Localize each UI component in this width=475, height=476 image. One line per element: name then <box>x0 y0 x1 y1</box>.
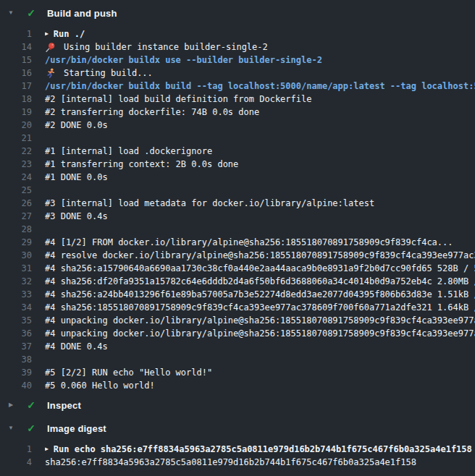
log-line: 24#1 DONE 0.0s <box>0 171 475 184</box>
line-number[interactable]: 23 <box>0 158 32 171</box>
log-text-cell: /usr/bin/docker buildx use --builder bui… <box>45 54 475 67</box>
log-text: Using builder instance builder-single-2 <box>64 41 268 54</box>
log-line: 26#3 [internal] load metadata for docker… <box>0 197 475 210</box>
log-text: #2 transferring dockerfile: 74B 0.0s don… <box>45 106 259 119</box>
success-check-icon: ✓ <box>25 423 37 433</box>
line-number[interactable]: 21 <box>0 132 32 145</box>
log-text-cell: #4 sha256:a15790640a6690aa1730c38cf0a440… <box>45 262 475 275</box>
line-number[interactable]: 25 <box>0 184 32 197</box>
line-number[interactable]: 29 <box>0 236 32 249</box>
line-number[interactable]: 32 <box>0 275 32 288</box>
line-number[interactable]: 26 <box>0 197 32 210</box>
chevron-right-icon: ▶ <box>6 402 16 408</box>
line-number[interactable]: 18 <box>0 93 32 106</box>
line-number[interactable]: 16 <box>0 67 32 80</box>
section-header-inspect[interactable]: ▶✓Inspect <box>0 395 475 415</box>
log-line: 20#2 DONE 0.0s <box>0 119 475 132</box>
log-text: #2 [internal] load build definition from… <box>45 93 311 106</box>
line-number[interactable]: 19 <box>0 106 32 119</box>
log-text-cell: #1 [internal] load .dockerignore <box>45 145 475 158</box>
log-line: 29#4 [1/2] FROM docker.io/library/alpine… <box>0 236 475 249</box>
line-number[interactable]: 27 <box>0 210 32 223</box>
line-number[interactable]: 17 <box>0 80 32 93</box>
line-number[interactable]: 1 <box>0 27 32 41</box>
line-number[interactable]: 39 <box>0 366 32 379</box>
workflow-log-viewer: ▼✓Build and push1▶Run ./14 Using builder… <box>0 0 475 476</box>
log-line: 27#3 DONE 0.4s <box>0 210 475 223</box>
log-text: /usr/bin/docker buildx use --builder bui… <box>45 54 322 67</box>
log-text: #4 DONE 0.4s <box>45 340 108 353</box>
log-text-cell: #4 sha256:df20fa9351a15782c64e6dddb2d4a6… <box>45 275 475 288</box>
log-line: 21 <box>0 132 475 145</box>
chevron-down-icon: ▼ <box>6 10 16 16</box>
log-line: 32#4 sha256:df20fa9351a15782c64e6dddb2d4… <box>0 275 475 288</box>
log-text-cell: #4 unpacking docker.io/library/alpine@sh… <box>45 327 475 340</box>
line-number[interactable]: 20 <box>0 119 32 132</box>
section-log-body: 1▶Run ./14 Using builder instance builde… <box>0 23 475 392</box>
line-number[interactable]: 14 <box>0 41 32 54</box>
play-icon: ▶ <box>45 446 49 452</box>
section-title: Image digest <box>47 423 106 434</box>
log-line: 39#5 [2/2] RUN echo "Hello world!" <box>0 366 475 379</box>
log-text: Starting build... <box>64 67 153 80</box>
line-number[interactable]: 4 <box>0 456 32 469</box>
line-number[interactable]: 35 <box>0 314 32 327</box>
line-number[interactable]: 30 <box>0 249 32 262</box>
log-text: #5 [2/2] RUN echo "Hello world!" <box>45 366 212 379</box>
runner-icon <box>45 68 56 79</box>
section-log-body: 1▶Run echo sha256:e7ff8834a5963a2785c5a0… <box>0 438 475 469</box>
line-number[interactable]: 31 <box>0 262 32 275</box>
log-line: 22#1 [internal] load .dockerignore <box>0 145 475 158</box>
log-line: 36#4 unpacking docker.io/library/alpine@… <box>0 327 475 340</box>
log-line: 25 <box>0 184 475 197</box>
line-number[interactable]: 15 <box>0 54 32 67</box>
log-line: 14 Using builder instance builder-single… <box>0 41 475 54</box>
log-text: #4 [1/2] FROM docker.io/library/alpine@s… <box>45 236 453 249</box>
section-header-image-digest[interactable]: ▼✓Image digest <box>0 418 475 438</box>
log-line: 28 <box>0 223 475 236</box>
log-text-cell: Using builder instance builder-single-2 <box>45 41 475 54</box>
log-text-cell: #4 unpacking docker.io/library/alpine@sh… <box>45 314 475 327</box>
line-number[interactable]: 34 <box>0 301 32 314</box>
log-text-cell <box>45 223 475 236</box>
line-number[interactable]: 24 <box>0 171 32 184</box>
line-number[interactable]: 38 <box>0 353 32 366</box>
log-line: 1▶Run echo sha256:e7ff8834a5963a2785c5a0… <box>0 443 475 456</box>
log-text-cell <box>45 184 475 197</box>
log-text-cell: #4 resolve docker.io/library/alpine@sha2… <box>45 249 475 262</box>
log-text: #1 [internal] load .dockerignore <box>45 145 212 158</box>
line-number[interactable]: 37 <box>0 340 32 353</box>
log-text: #1 transferring context: 2B 0.0s done <box>45 158 238 171</box>
log-group-toggle[interactable]: ▶Run ./ <box>45 27 475 41</box>
log-text-cell: #4 [1/2] FROM docker.io/library/alpine@s… <box>45 236 475 249</box>
log-line: 16 Starting build... <box>0 67 475 80</box>
line-number[interactable]: 36 <box>0 327 32 340</box>
log-line: 31#4 sha256:a15790640a6690aa1730c38cf0a4… <box>0 262 475 275</box>
log-line: 17/usr/bin/docker buildx build --tag loc… <box>0 80 475 93</box>
log-text-cell: /usr/bin/docker buildx build --tag local… <box>45 80 475 93</box>
log-text: #4 unpacking docker.io/library/alpine@sh… <box>45 314 475 327</box>
success-check-icon: ✓ <box>25 400 37 410</box>
log-group-toggle[interactable]: ▶Run echo sha256:e7ff8834a5963a2785c5a08… <box>45 443 475 456</box>
section-title: Inspect <box>47 400 81 411</box>
log-line: 1▶Run ./ <box>0 27 475 41</box>
log-text-cell: #2 [internal] load build definition from… <box>45 93 475 106</box>
log-text: #4 sha256:a15790640a6690aa1730c38cf0a440… <box>45 262 475 275</box>
log-text: sha256:e7ff8834a5963a2785c5a0811e979d16b… <box>45 456 416 469</box>
line-number[interactable]: 40 <box>0 379 32 392</box>
log-section-inspect: ▶✓Inspect <box>0 395 475 415</box>
log-text-cell <box>45 132 475 145</box>
section-header-build-and-push[interactable]: ▼✓Build and push <box>0 3 475 23</box>
line-number[interactable]: 33 <box>0 288 32 301</box>
log-text-cell: #3 [internal] load metadata for docker.i… <box>45 197 475 210</box>
line-number[interactable]: 28 <box>0 223 32 236</box>
log-text: #4 sha256:a24bb4013296f61e89ba57005a7b3e… <box>45 288 475 301</box>
log-text: #4 sha256:185518070891758909c9f839cf4ca3… <box>45 301 475 314</box>
log-text: /usr/bin/docker buildx build --tag local… <box>45 80 475 93</box>
line-number[interactable]: 1 <box>0 443 32 456</box>
log-line: 33#4 sha256:a24bb4013296f61e89ba57005a7b… <box>0 288 475 301</box>
pushpin-icon <box>45 42 56 53</box>
log-text-cell: #4 sha256:185518070891758909c9f839cf4ca3… <box>45 301 475 314</box>
log-line: 38 <box>0 353 475 366</box>
line-number[interactable]: 22 <box>0 145 32 158</box>
